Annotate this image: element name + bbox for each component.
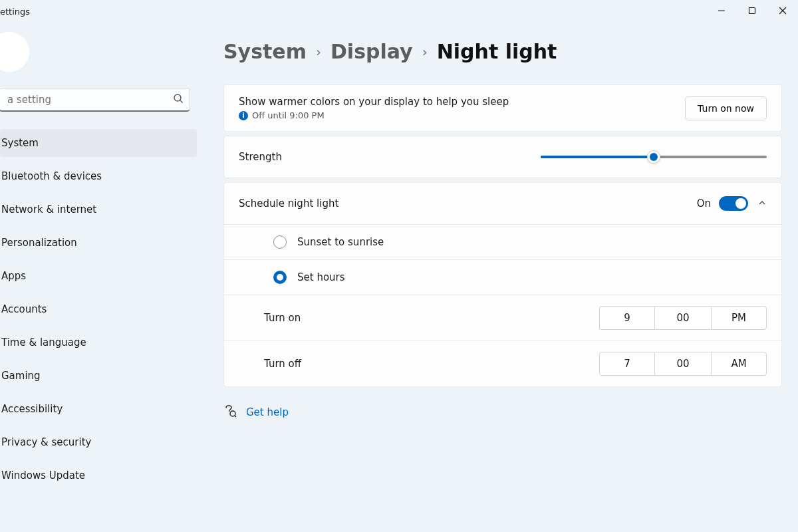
turn-on-now-button[interactable]: Turn on now [685,96,767,120]
get-help-row: Get help [223,404,782,420]
chevron-up-icon[interactable] [757,198,767,210]
minimize-button[interactable] [706,0,737,21]
window-controls [706,0,798,21]
avatar[interactable] [0,32,29,72]
turn-on-time-picker: 9 00 PM [599,306,767,330]
nav-item-time-language[interactable]: Time & language [0,329,197,356]
info-icon: i [239,111,248,120]
chevron-right-icon: › [316,44,321,60]
nav-item-system[interactable]: System [0,129,197,157]
turn-on-time-row: Turn on 9 00 PM [224,295,781,340]
status-text: Off until 9:00 PM [252,110,325,120]
strength-label: Strength [239,151,282,163]
search-container [0,88,190,112]
nav-item-windows-update[interactable]: Windows Update [0,462,197,489]
svg-line-7 [235,416,236,417]
turn-on-hour[interactable]: 9 [599,306,655,330]
turn-off-hour[interactable]: 7 [599,352,655,376]
nav-item-label: Privacy & security [1,436,91,448]
svg-point-6 [230,411,235,416]
turn-on-ampm[interactable]: PM [711,306,767,330]
chevron-right-icon: › [422,44,428,60]
schedule-label: Schedule night light [239,198,338,209]
slider-thumb[interactable] [647,150,660,164]
toggle-knob [735,198,746,209]
svg-point-4 [174,94,181,101]
nav-item-bluetooth[interactable]: Bluetooth & devices [0,162,197,190]
nav-item-label: System [1,137,39,149]
get-help-link[interactable]: Get help [246,406,289,418]
strength-slider[interactable] [541,152,767,162]
nav-item-label: Gaming [1,370,41,382]
nav-item-label: Time & language [1,336,86,348]
help-icon [223,404,237,420]
description-text: Show warmer colors on your display to he… [239,96,509,108]
radio-sunset[interactable] [273,235,287,249]
nav-item-personalization[interactable]: Personalization [0,229,197,257]
maximize-button[interactable] [737,0,767,21]
search-icon [173,93,184,106]
nav-item-apps[interactable]: Apps [0,262,197,290]
radio-set-hours-label: Set hours [297,271,345,283]
breadcrumb: System › Display › Night light [223,40,782,63]
nav-item-label: Windows Update [1,469,85,481]
radio-sethours-row[interactable]: Set hours [224,259,781,295]
sidebar: System Bluetooth & devices Network & int… [0,28,200,532]
turn-off-time-picker: 7 00 AM [599,352,767,376]
turn-off-time-row: Turn off 7 00 AM [224,340,781,386]
svg-line-5 [180,100,183,103]
turn-off-label: Turn off [264,358,301,370]
nav-item-label: Accounts [1,303,47,315]
search-input[interactable] [0,88,190,112]
svg-rect-1 [749,8,755,14]
toggle-state-label: On [697,198,711,209]
nav-item-label: Apps [1,270,26,282]
schedule-card: Schedule night light On Sunset to sunris… [223,182,782,387]
nav-item-accounts[interactable]: Accounts [0,295,197,323]
nav-item-accessibility[interactable]: Accessibility [0,395,197,423]
app-title: ettings [0,0,30,17]
slider-fill [541,156,654,158]
turn-on-minute[interactable]: 00 [655,306,711,330]
description-card: Show warmer colors on your display to he… [223,84,782,132]
radio-sunset-row[interactable]: Sunset to sunrise [224,224,781,259]
strength-card: Strength [223,136,782,178]
radio-sunset-label: Sunset to sunrise [297,236,384,248]
breadcrumb-system[interactable]: System [223,40,307,63]
nav-item-gaming[interactable]: Gaming [0,362,197,390]
radio-set-hours[interactable] [273,271,287,284]
nav-item-label: Network & internet [1,203,96,215]
nav-item-privacy[interactable]: Privacy & security [0,428,197,456]
schedule-toggle[interactable] [719,196,748,211]
title-bar: ettings [0,0,798,28]
nav-item-label: Accessibility [1,403,63,415]
turn-on-label: Turn on [264,312,301,324]
nav-item-label: Personalization [1,237,77,249]
nav-item-network[interactable]: Network & internet [0,196,197,223]
turn-off-minute[interactable]: 00 [655,352,711,376]
turn-off-ampm[interactable]: AM [711,352,767,376]
close-button[interactable] [767,0,798,21]
schedule-header-row[interactable]: Schedule night light On [224,183,781,224]
main-content: System › Display › Night light Show warm… [200,28,798,532]
page-title: Night light [437,40,557,63]
breadcrumb-display[interactable]: Display [331,40,413,63]
nav-item-label: Bluetooth & devices [1,170,102,182]
